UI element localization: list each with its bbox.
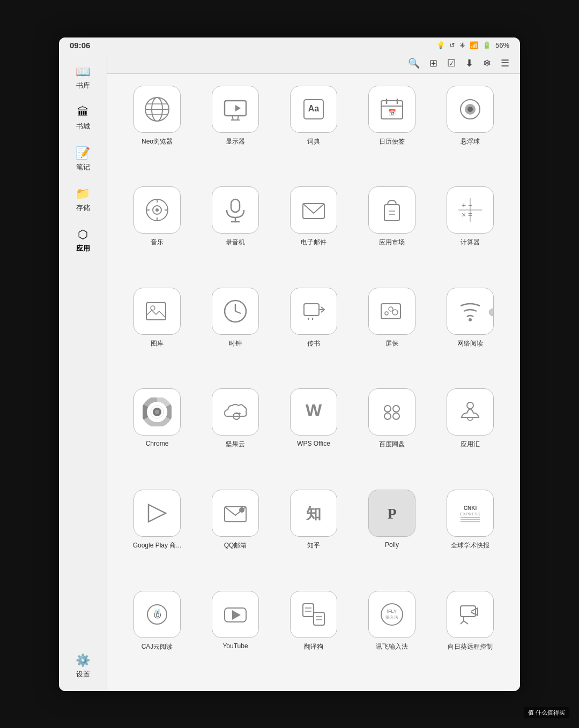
app-chrome[interactable]: Chrome [118,382,196,483]
search-icon[interactable]: 🔍 [408,57,420,69]
floatball-label: 悬浮球 [461,137,480,146]
library-icon: 📖 [76,65,90,79]
sidebar-item-apps[interactable]: ⬡ 应用 [59,221,107,260]
screensaver-icon [378,297,406,325]
app-jgcloud[interactable]: 坚果云 [196,382,274,483]
app-display[interactable]: 显示器 [196,79,274,181]
qqmail-icon [221,499,249,527]
polly-label: Polly [385,541,399,549]
zhihu-label: 知乎 [307,541,320,550]
sidebar-label-bookstore: 书城 [76,122,90,131]
wps-icon: W [300,398,328,426]
sidebar-item-notes[interactable]: 📝 笔记 [59,140,107,178]
app-calculator[interactable]: + − × = 计算器 [431,180,509,281]
sidebar-label-apps: 应用 [76,244,90,253]
check-icon[interactable]: ☑ [447,57,456,69]
app-sunflower[interactable]: 向日葵远程控制 [431,584,509,686]
svg-point-58 [393,406,399,412]
chrome-label: Chrome [146,440,169,447]
sidebar-label-settings: 设置 [76,670,90,679]
menu-icon[interactable]: ☰ [501,57,509,69]
freeze-icon[interactable]: ❄ [483,57,491,69]
youtube-icon [221,601,249,628]
app-transfer[interactable]: 传书 [274,281,353,382]
svg-point-18 [467,107,473,112]
svg-rect-78 [314,612,324,625]
app-netreader[interactable]: 网络阅读 [431,281,509,382]
app-music[interactable]: 音乐 [118,180,196,281]
svg-line-89 [464,621,468,624]
clock-icon [221,297,249,325]
recorder-label: 录音机 [226,238,245,247]
sidebar-item-bookstore[interactable]: 🏛 书城 [59,99,107,138]
status-icons: 💡 ↺ ✳ 📶 🔋 56% [436,41,509,49]
app-gplay[interactable]: Google Play 商... [118,483,196,584]
svg-text:Aa: Aa [308,104,320,113]
music-icon [143,196,171,224]
svg-rect-30 [384,205,399,221]
calendar-label: 日历便签 [379,137,405,146]
transfer-label: 传书 [307,339,320,348]
svg-point-47 [389,307,393,311]
svg-line-88 [461,621,464,624]
svg-point-60 [393,413,399,419]
app-dictionary[interactable]: Aa 词典 [274,79,353,181]
app-recorder[interactable]: 录音机 [196,180,274,281]
app-clock[interactable]: 时钟 [196,281,274,382]
sidebar-item-storage[interactable]: 📁 存储 [59,181,107,219]
light-icon: 💡 [436,41,445,49]
email-label: 电子邮件 [301,238,326,247]
sidebar: 📖 书库 🏛 书城 📝 笔记 📁 存储 ⬡ 应用 [59,53,107,691]
apphub-label: 应用汇 [461,440,480,449]
app-wps[interactable]: W WPS Office [274,382,353,483]
app-neo-browser[interactable]: Neo浏览器 [118,79,196,181]
app-caj[interactable]: Ⓒ 📊 CAJ云阅读 [118,584,196,686]
app-qqmail[interactable]: QQ邮箱 [196,483,274,584]
svg-text:输入法: 输入法 [385,615,398,620]
app-email[interactable]: 电子邮件 [274,180,353,281]
app-grid: Neo浏览器 显示器 [107,74,520,691]
bookstore-icon: 🏛 [77,106,89,119]
recorder-icon [221,196,249,224]
app-ifly[interactable]: iFLY 输入法 讯飞输入法 [353,584,431,686]
calendar-icon: 📅 [378,95,406,123]
fanyi-label: 翻译狗 [304,642,323,651]
transfer-icon [300,297,328,325]
app-market[interactable]: 应用市场 [353,180,431,281]
market-label: 应用市场 [379,238,405,247]
calculator-icon: + − × = [456,196,484,224]
baidu-icon [378,398,406,426]
app-polly[interactable]: P Polly [353,483,431,584]
email-icon [300,196,328,224]
svg-point-83 [381,604,403,625]
sidebar-label-storage: 存储 [76,203,90,213]
svg-rect-37 [146,303,166,320]
app-youtube[interactable]: YouTube [196,584,274,686]
floatball-icon [456,95,484,123]
svg-point-48 [385,312,388,315]
app-cnki[interactable]: CNKI EXPRESS 全球学术快报 [431,483,509,584]
netreader-label: 网络阅读 [457,339,483,348]
download-icon[interactable]: ⬇ [465,57,473,69]
status-time: 09:06 [70,41,90,50]
gallery-label: 图库 [151,339,164,348]
sidebar-item-library[interactable]: 📖 书库 [59,58,107,97]
app-floatball[interactable]: 悬浮球 [431,79,509,181]
app-baidu[interactable]: 百度网盘 [353,382,431,483]
app-zhihu[interactable]: 知 知乎 [274,483,353,584]
app-apphub[interactable]: 应用汇 [431,382,509,483]
gallery-icon [143,297,171,325]
svg-text:知: 知 [306,505,321,522]
app-calendar[interactable]: 📅 日历便签 [353,79,431,181]
app-gallery[interactable]: 图库 [118,281,196,382]
app-fanyi[interactable]: 翻译狗 [274,584,353,686]
sunflower-icon [456,601,484,628]
svg-point-50 [469,318,472,321]
svg-text:EXPRESS: EXPRESS [460,512,480,516]
status-bar: 09:06 💡 ↺ ✳ 📶 🔋 56% [59,37,520,53]
app-screensaver[interactable]: 屏保 [353,281,431,382]
sidebar-item-settings[interactable]: ⚙️ 设置 [59,647,107,686]
clock-label: 时钟 [229,339,242,348]
caj-label: CAJ云阅读 [142,642,173,651]
add-icon[interactable]: ⊞ [429,57,437,69]
